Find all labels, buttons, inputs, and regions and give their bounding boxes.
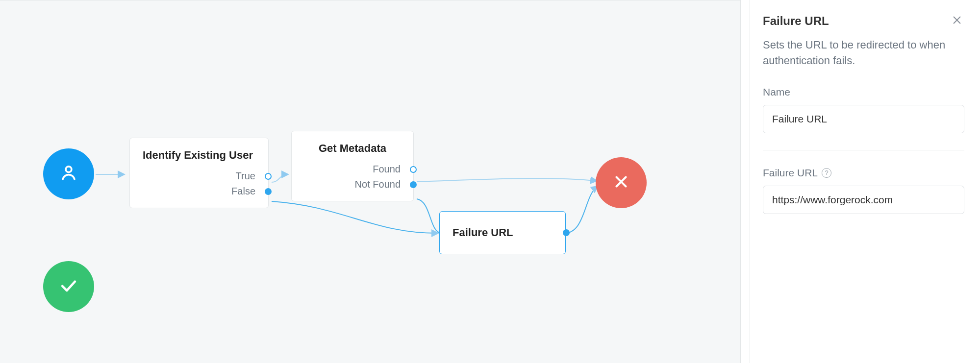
node-title: Get Metadata [304,142,401,155]
get-metadata-node[interactable]: Get Metadata Found Not Found [291,131,414,201]
port-false[interactable]: False [143,186,255,197]
scrollbar-track[interactable] [740,0,750,363]
failure-url-input[interactable] [763,186,964,214]
close-icon [612,172,630,193]
check-icon [58,275,79,298]
port-found[interactable]: Found [304,164,401,175]
failure-url-label: Failure URL ? [763,167,964,179]
svg-point-0 [66,167,72,172]
failure-node[interactable] [596,157,647,208]
port-true[interactable]: True [143,170,255,182]
divider [763,150,964,150]
close-panel-button[interactable] [950,13,964,29]
success-node[interactable] [43,261,94,312]
name-label: Name [763,86,964,98]
identify-user-node[interactable]: Identify Existing User True False [129,138,269,208]
properties-panel: Failure URL Sets the URL to be redirecte… [750,0,980,363]
node-title: Failure URL [452,226,553,239]
panel-description: Sets the URL to be redirected to when au… [763,37,964,69]
flow-canvas[interactable]: Identify Existing User True False Get Me… [0,0,740,363]
close-icon [952,19,962,27]
port-connector-icon[interactable] [265,188,272,195]
port-connector-icon[interactable] [410,181,417,188]
port-connector-icon[interactable] [410,166,417,173]
node-title: Identify Existing User [143,149,255,162]
port-connector-icon[interactable] [563,229,570,236]
port-not-found[interactable]: Not Found [304,179,401,190]
port-connector-icon[interactable] [265,173,272,180]
start-node[interactable] [43,148,94,199]
panel-title: Failure URL [763,14,829,28]
help-icon[interactable]: ? [822,168,831,178]
name-input[interactable] [763,105,964,133]
failure-url-node[interactable]: Failure URL [439,211,566,254]
user-icon [58,162,79,186]
